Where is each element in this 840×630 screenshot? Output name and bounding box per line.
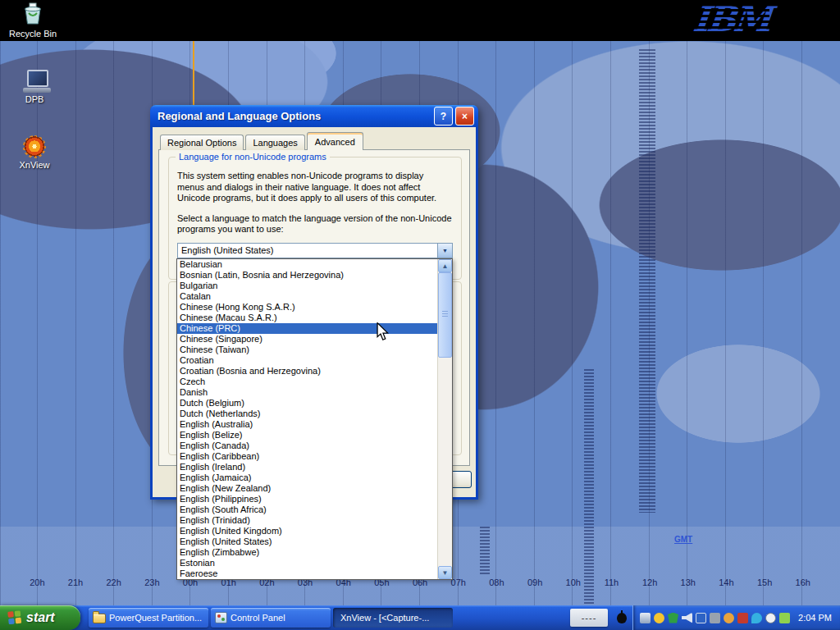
folder-icon (93, 614, 106, 623)
timezone-hatch-band (639, 49, 655, 513)
language-option[interactable]: English (Jamaica) (177, 472, 437, 483)
hour-label: 14h (707, 578, 746, 587)
scroll-up-icon[interactable]: ▲ (438, 259, 452, 272)
chevron-down-icon[interactable]: ▼ (437, 244, 452, 258)
language-option[interactable]: English (South Africa) (177, 504, 437, 515)
recycle-bin-icon (22, 2, 43, 27)
language-option[interactable]: English (Canada) (177, 441, 437, 451)
hour-label: 11h (592, 578, 631, 587)
taskbar-button-label: XnView - [<Capture-... (340, 613, 449, 623)
language-option[interactable]: Estonian (177, 558, 437, 568)
language-option[interactable]: Chinese (Hong Kong S.A.R.) (177, 302, 437, 313)
usb-icon[interactable] (710, 613, 720, 623)
language-option[interactable]: English (Trinidad) (177, 515, 437, 526)
language-option[interactable]: Chinese (Taiwan) (177, 345, 437, 355)
language-option[interactable]: Czech (177, 377, 437, 387)
network-icon[interactable] (640, 613, 651, 623)
taskbar-buttons: PowerQuest Partition... Control Panel Xn… (89, 608, 453, 628)
language-dropdown-popup: BelarusianBosnian (Latin, Bosnia and Her… (176, 258, 453, 580)
gmt-label: GMT (674, 535, 692, 544)
ibm-logo: IBM (693, 0, 769, 41)
language-option[interactable]: Croatian (Bosnia and Herzegovina) (177, 366, 437, 377)
xnview-label: XnView (19, 160, 49, 170)
language-option[interactable]: English (Philippines) (177, 494, 437, 504)
language-option[interactable]: Chinese (Singapore) (177, 334, 437, 345)
hour-label: 09h (516, 578, 555, 587)
desktop-icon-dpb[interactable]: DPB (8, 70, 61, 104)
language-option[interactable]: Dutch (Netherlands) (177, 409, 437, 419)
language-option[interactable]: English (Ireland) (177, 462, 437, 472)
scrollbar-track[interactable] (438, 272, 452, 566)
timezone-hatch-band (480, 527, 490, 576)
taskbar-button[interactable]: XnView - [<Capture-... (333, 608, 453, 628)
language-option[interactable]: English (Caribbean) (177, 451, 437, 462)
language-option[interactable]: English (Zimbabwe) (177, 547, 437, 558)
scroll-down-icon[interactable]: ▼ (438, 566, 452, 579)
groupbox-title: Language for non-Unicode programs (176, 152, 330, 162)
language-option[interactable]: English (Belize) (177, 430, 437, 441)
dialog-tab[interactable]: Languages (245, 135, 304, 150)
language-option[interactable]: Dutch (Belgium) (177, 398, 437, 409)
start-button-label: start (26, 610, 55, 625)
messenger-icon[interactable] (751, 613, 762, 623)
language-option[interactable]: English (Australia) (177, 419, 437, 430)
desktop-screen: Recycle Bin IBM GMT 20h21h22h23h00h01h02… (0, 0, 840, 630)
list-scrollbar[interactable]: ▲ ▼ (437, 259, 452, 579)
description-text-1: This system setting enables non-Unicode … (177, 171, 453, 204)
desktop-icon-xnview[interactable]: XnView (8, 135, 61, 170)
language-option[interactable]: Chinese (Macau S.A.R.) (177, 313, 437, 323)
scheduler-icon[interactable] (765, 613, 776, 623)
dialog-tab[interactable]: Advanced (307, 132, 363, 150)
timezone-hatch-band (584, 369, 594, 604)
hour-label: 10h (554, 578, 592, 587)
desktop-icon-recycle-bin[interactable]: Recycle Bin (7, 2, 59, 39)
battery-icon[interactable] (779, 613, 790, 623)
description-text-2: Select a language to match the language … (177, 213, 453, 235)
display-icon[interactable] (696, 613, 706, 623)
xnview-icon (23, 135, 46, 158)
language-option[interactable]: Chinese (PRC) (177, 323, 437, 334)
hour-label: 16h (783, 578, 822, 587)
dialog-titlebar[interactable]: Regional and Language Options ? × (150, 105, 478, 127)
taskbar-dark-app-button[interactable] (611, 608, 632, 628)
volume-icon[interactable] (682, 613, 692, 623)
close-button[interactable]: × (455, 107, 474, 126)
language-combobox[interactable]: English (United States) ▼ (177, 243, 453, 258)
taskbar: start PowerQuest Partition... Control Pa… (0, 605, 840, 630)
update-icon[interactable] (724, 613, 734, 623)
hour-label: 22h (94, 578, 133, 587)
language-option[interactable]: Faeroese (177, 568, 437, 579)
help-button[interactable]: ? (434, 107, 453, 126)
taskbar-button[interactable]: PowerQuest Partition... (89, 608, 208, 628)
language-list: BelarusianBosnian (Latin, Bosnia and Her… (177, 259, 437, 579)
shield-icon[interactable] (668, 613, 678, 623)
dialog-title: Regional and Language Options (158, 110, 431, 122)
firewall-icon[interactable] (737, 613, 748, 623)
language-option[interactable]: English (United States) (177, 536, 437, 547)
language-option[interactable]: English (United Kingdom) (177, 526, 437, 536)
hour-label: 21h (57, 578, 95, 587)
language-option[interactable]: Danish (177, 387, 437, 398)
hour-label: 08h (477, 578, 516, 587)
language-option[interactable]: Belarusian (177, 259, 437, 270)
recycle-bin-label: Recycle Bin (9, 29, 57, 39)
hour-label: 12h (631, 578, 669, 587)
dialog-tab[interactable]: Regional Options (160, 135, 244, 150)
taskbar-button[interactable]: Control Panel (211, 608, 331, 628)
topbar: Recycle Bin IBM (0, 0, 840, 41)
language-option[interactable]: Bulgarian (177, 281, 437, 291)
taskbar-dashes-button[interactable]: ---- (570, 609, 608, 627)
language-option[interactable]: English (New Zealand) (177, 483, 437, 494)
hour-label: 23h (133, 578, 171, 587)
power-icon[interactable] (654, 613, 664, 623)
language-option[interactable]: Croatian (177, 355, 437, 366)
ibm-logo-stripes (693, 0, 769, 41)
language-option[interactable]: Bosnian (Latin, Bosnia and Herzegovina) (177, 270, 437, 281)
start-button[interactable]: start (0, 605, 80, 630)
scrollbar-thumb[interactable] (438, 272, 452, 358)
dark-app-icon (617, 613, 627, 623)
tray-icons (640, 613, 790, 623)
hour-label: 15h (746, 578, 784, 587)
combobox-value: English (United States) (178, 244, 437, 258)
language-option[interactable]: Catalan (177, 291, 437, 302)
